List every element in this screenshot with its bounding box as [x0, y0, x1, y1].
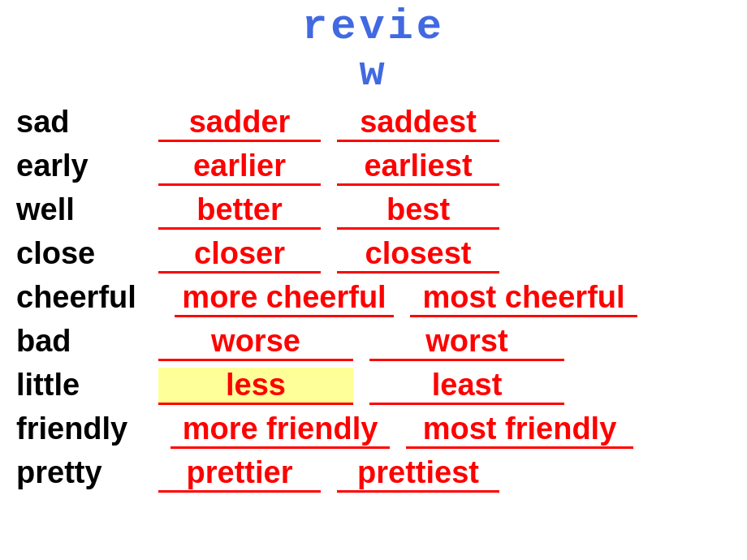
row-bad: bad worse worst [16, 324, 731, 361]
comparative-early: earlier [158, 149, 321, 186]
superlative-friendly: most friendly [406, 411, 633, 449]
superlative-cheerful: most cheerful [410, 280, 637, 317]
superlative-well: best [337, 192, 499, 230]
superlative-close: closest [337, 236, 499, 274]
comparative-friendly: more friendly [171, 411, 390, 449]
base-little: little [16, 368, 150, 403]
base-close: close [16, 236, 150, 271]
title-line1: revie [0, 4, 747, 50]
title: revie w [0, 0, 747, 97]
superlative-early: earliest [337, 149, 499, 186]
base-cheerful: cheerful [16, 280, 166, 315]
base-pretty: pretty [16, 455, 150, 490]
superlative-bad: worst [369, 324, 564, 361]
comparative-close: closer [158, 236, 321, 274]
title-line2: w [0, 50, 747, 97]
base-bad: bad [16, 324, 150, 359]
row-cheerful: cheerful more cheerful most cheerful [16, 280, 731, 317]
superlative-sad: saddest [337, 105, 499, 142]
main-content: sad sadder saddest early earlier earlies… [0, 97, 747, 493]
row-well: well better best [16, 192, 731, 230]
base-sad: sad [16, 105, 150, 140]
row-close: close closer closest [16, 236, 731, 274]
base-early: early [16, 149, 150, 183]
comparative-little: less [158, 368, 353, 405]
comparative-sad: sadder [158, 105, 321, 142]
comparative-cheerful: more cheerful [175, 280, 394, 317]
superlative-little: least [369, 368, 564, 405]
base-friendly: friendly [16, 411, 162, 446]
superlative-pretty: prettiest [337, 455, 499, 493]
comparative-bad: worse [158, 324, 353, 361]
base-well: well [16, 192, 150, 227]
comparative-pretty: prettier [158, 455, 321, 493]
row-pretty: pretty prettier prettiest [16, 455, 731, 493]
row-sad: sad sadder saddest [16, 105, 731, 142]
comparative-well: better [158, 192, 321, 230]
row-early: early earlier earliest [16, 149, 731, 186]
row-friendly: friendly more friendly most friendly [16, 411, 731, 449]
row-little: little less least [16, 368, 731, 405]
